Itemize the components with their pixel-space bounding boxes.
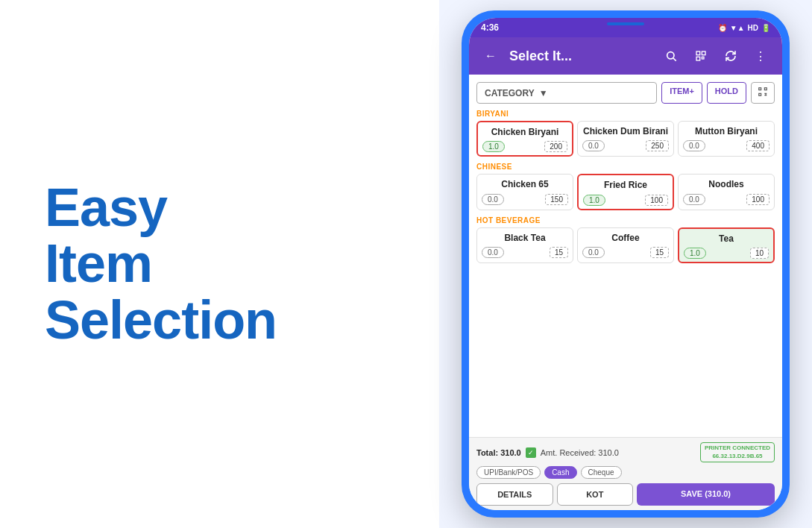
filter-row: CATEGORY ▼ ITEM+ HOLD [476, 82, 775, 104]
content-area: CATEGORY ▼ ITEM+ HOLD BIRYAN [469, 75, 782, 437]
hero-text: Easy Item Selection [45, 180, 277, 349]
item-chicken-65[interactable]: Chicken 65 0.0 150 [476, 174, 573, 210]
price-badge: 100 [645, 195, 668, 206]
item-name: Noodles [683, 179, 769, 189]
battery-icon: 🔋 [761, 24, 770, 32]
price-badge: 10 [750, 248, 769, 259]
status-bar: 4:36 ⏰ ▼▲ HD 🔋 [469, 18, 782, 37]
action-row: DETAILS KOT SAVE (310.0) [476, 483, 775, 506]
svg-rect-8 [759, 93, 761, 95]
section-chinese-label: CHINESE [476, 163, 775, 171]
qty-badge: 0.0 [683, 194, 705, 205]
dropdown-arrow-icon: ▼ [539, 88, 548, 98]
phone-inner: 4:36 ⏰ ▼▲ HD 🔋 ← Select It... [469, 18, 782, 510]
price-badge: 150 [545, 194, 568, 205]
svg-rect-6 [759, 88, 761, 90]
price-badge: 200 [544, 141, 567, 152]
phone-speaker [607, 22, 644, 25]
category-label: CATEGORY [485, 88, 535, 98]
top-bar: ← Select It... [469, 37, 782, 75]
total-label: Total: 310.0 [476, 448, 521, 457]
item-name: Coffee [582, 233, 669, 243]
category-dropdown[interactable]: CATEGORY ▼ [476, 82, 657, 104]
payment-upi[interactable]: UPI/Bank/POS [476, 466, 541, 479]
svg-point-0 [667, 52, 674, 59]
phone-shell: 4:36 ⏰ ▼▲ HD 🔋 ← Select It... [462, 10, 790, 518]
alarm-icon: ⏰ [718, 24, 727, 32]
chinese-grid: Chicken 65 0.0 150 Fried Rice 1.0 100 [476, 174, 775, 210]
hd-label: HD [748, 24, 758, 32]
item-plus-button[interactable]: ITEM+ [661, 82, 702, 104]
item-black-tea[interactable]: Black Tea 0.0 15 [476, 227, 573, 263]
item-name: Mutton Biryani [683, 126, 769, 136]
item-chicken-dum-birani[interactable]: Chicken Dum Birani 0.0 250 [577, 121, 674, 157]
amt-received: Amt. Received: 310.0 [541, 448, 619, 457]
qty-badge: 1.0 [583, 195, 605, 206]
hero-line3: Selection [45, 292, 277, 349]
item-name: Fried Rice [583, 180, 668, 190]
item-footer: 0.0 100 [683, 194, 769, 205]
more-button[interactable]: ⋮ [749, 45, 772, 67]
item-coffee[interactable]: Coffee 0.0 15 [577, 227, 674, 263]
item-footer: 0.0 400 [683, 140, 769, 151]
scan-button[interactable] [751, 82, 775, 104]
screen-title: Select It... [509, 48, 652, 64]
item-footer: 1.0 200 [482, 141, 567, 152]
item-name: Black Tea [482, 233, 568, 243]
item-name: Tea [684, 233, 769, 244]
section-biryani-label: BIRYANI [476, 110, 775, 118]
item-fried-rice[interactable]: Fried Rice 1.0 100 [577, 174, 674, 210]
back-button[interactable]: ← [479, 45, 502, 67]
printer-badge: PRINTER CONNECTED 66.32.13.D2.9B.65 [700, 442, 775, 462]
item-name: Chicken 65 [482, 179, 568, 189]
item-name: Chicken Biryani [482, 127, 567, 137]
total-row: Total: 310.0 ✓ Amt. Received: 310.0 PRIN… [476, 442, 775, 462]
item-name: Chicken Dum Birani [582, 126, 669, 136]
item-chicken-biryani[interactable]: Chicken Biryani 1.0 200 [476, 121, 573, 157]
svg-rect-7 [764, 88, 767, 90]
svg-rect-2 [696, 51, 700, 55]
search-button[interactable] [660, 45, 682, 67]
price-badge: 400 [746, 140, 769, 151]
qty-badge: 1.0 [482, 141, 505, 152]
checkbox-icon: ✓ [526, 447, 536, 458]
payment-cheque[interactable]: Cheque [581, 466, 622, 479]
beverage-grid: Black Tea 0.0 15 Coffee 0.0 15 [476, 227, 775, 263]
right-section: 4:36 ⏰ ▼▲ HD 🔋 ← Select It... [439, 0, 812, 528]
price-badge: 15 [650, 247, 669, 258]
refresh-button[interactable] [720, 45, 742, 67]
item-noodles[interactable]: Noodles 0.0 100 [678, 174, 775, 210]
item-footer: 1.0 10 [684, 248, 769, 259]
item-mutton-biryani[interactable]: Mutton Biryani 0.0 400 [678, 121, 775, 157]
save-button[interactable]: SAVE (310.0) [637, 483, 775, 506]
qty-badge: 0.0 [582, 247, 605, 258]
price-badge: 15 [550, 247, 568, 258]
hold-button[interactable]: HOLD [707, 82, 746, 104]
item-footer: 0.0 15 [482, 247, 568, 258]
status-icons: ⏰ ▼▲ HD 🔋 [718, 24, 770, 32]
hero-line1: Easy [45, 180, 277, 236]
item-tea[interactable]: Tea 1.0 10 [678, 227, 775, 263]
qr-button[interactable] [690, 45, 712, 67]
wifi-icon: ▼▲ [730, 24, 745, 32]
svg-line-1 [673, 58, 676, 61]
qty-badge: 1.0 [684, 248, 706, 259]
svg-rect-4 [696, 57, 700, 60]
kot-button[interactable]: KOT [557, 483, 634, 506]
item-footer: 0.0 250 [582, 140, 669, 151]
qty-badge: 0.0 [482, 194, 504, 205]
status-time: 4:36 [481, 22, 499, 33]
qty-badge: 0.0 [482, 247, 504, 258]
item-footer: 0.0 150 [482, 194, 568, 205]
hero-line2: Item [45, 236, 277, 292]
payment-row: UPI/Bank/POS Cash Cheque [476, 466, 775, 479]
details-button[interactable]: DETAILS [476, 483, 553, 506]
section-hot-beverage-label: HOT BEVERAGE [476, 216, 775, 224]
payment-cash[interactable]: Cash [544, 466, 576, 479]
svg-rect-5 [702, 57, 704, 59]
biryani-grid: Chicken Biryani 1.0 200 Chicken Dum Bira… [476, 121, 775, 157]
item-footer: 0.0 15 [582, 247, 669, 258]
printer-line1: PRINTER CONNECTED [705, 444, 770, 452]
bottom-area: Total: 310.0 ✓ Amt. Received: 310.0 PRIN… [469, 437, 782, 510]
item-footer: 1.0 100 [583, 195, 668, 206]
